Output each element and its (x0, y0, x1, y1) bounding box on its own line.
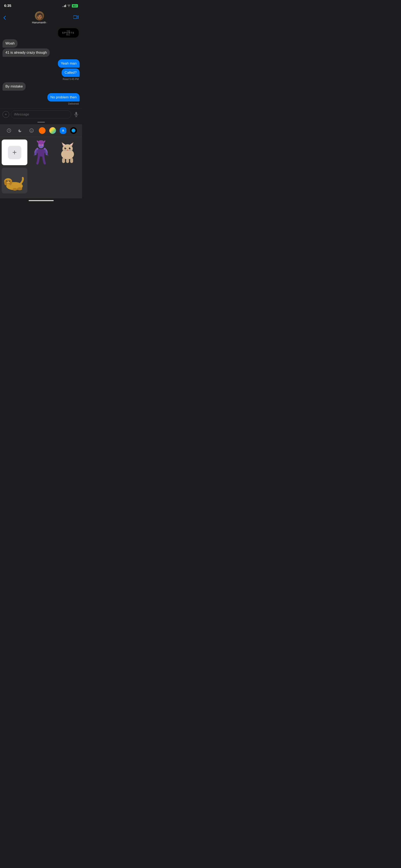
svg-point-12 (39, 145, 40, 146)
emoji-tab[interactable] (28, 127, 35, 134)
svg-point-42 (17, 187, 22, 190)
signal-icon (62, 5, 66, 7)
dog-sticker-2[interactable] (2, 168, 27, 193)
home-bar-area (0, 198, 82, 202)
svg-point-43 (13, 188, 17, 191)
clock-tab[interactable] (5, 127, 13, 134)
svg-point-7 (30, 129, 33, 132)
sports-bubble: THE SPORTS BILL (58, 28, 79, 38)
sports-message: THE SPORTS BILL (2, 28, 80, 38)
svg-rect-30 (66, 158, 69, 163)
message-no-problem: No problem then (2, 93, 80, 101)
testflight-tab[interactable]: A (60, 127, 66, 134)
message-yeah: Yeah man (2, 59, 80, 68)
svg-point-8 (30, 130, 31, 130)
sticker-grid: + (0, 137, 82, 168)
messages-area: THE SPORTS BILL Woah 41 is already crazy… (0, 27, 82, 108)
sticker-grid-bottom (0, 168, 82, 196)
add-sticker-cell[interactable]: + (2, 140, 27, 165)
scroll-handle (37, 122, 45, 123)
sticker-empty-3 (55, 168, 81, 193)
moon-tab[interactable] (17, 127, 24, 134)
svg-point-20 (65, 148, 66, 149)
bubble-incoming: Woah (2, 39, 18, 48)
avatar: 🧑🏾 (35, 11, 44, 21)
svg-point-11 (38, 141, 44, 145)
image-tab[interactable] (49, 127, 56, 134)
nav-bar: 🧑🏾 Hanumanth › (0, 10, 82, 27)
message-41: 41 is already crazy though (2, 49, 80, 57)
bubble-incoming: 41 is already crazy though (2, 49, 50, 57)
attachment-button[interactable]: + (2, 111, 9, 118)
character-sticker-1[interactable] (28, 140, 54, 165)
video-call-button[interactable] (73, 15, 79, 20)
battery-icon: 81+ (72, 4, 78, 7)
status-time: 6:35 (4, 4, 11, 8)
input-bar: + iMessage (0, 108, 82, 120)
svg-point-15 (62, 144, 73, 153)
chevron-icon: › (47, 21, 47, 24)
bubble-outgoing: Yeah man (58, 59, 80, 68)
svg-rect-0 (73, 16, 77, 19)
svg-point-9 (32, 130, 32, 130)
sticker-tabs: A (0, 127, 82, 137)
svg-rect-1 (75, 112, 77, 115)
sticker-empty-2 (28, 168, 54, 193)
delivered-status: Delivered (2, 102, 80, 105)
svg-point-13 (41, 145, 42, 146)
bubble-outgoing: Called? (62, 68, 80, 77)
status-bar: 6:35 81+ (0, 0, 82, 10)
svg-point-23 (70, 148, 70, 149)
svg-rect-29 (62, 158, 65, 163)
add-sticker-inner: + (8, 146, 21, 159)
dark-tab[interactable] (70, 127, 77, 134)
contact-info[interactable]: 🧑🏾 Hanumanth › (32, 11, 47, 24)
message-woah: Woah (2, 39, 80, 48)
wifi-icon (67, 4, 70, 7)
bubble-outgoing: No problem then (48, 93, 80, 101)
back-button[interactable] (3, 16, 6, 20)
svg-rect-31 (70, 158, 73, 163)
svg-point-39 (9, 180, 10, 181)
status-icons: 81+ (62, 4, 78, 7)
orange-tab[interactable] (39, 127, 45, 134)
svg-line-6 (9, 130, 10, 131)
microphone-button[interactable] (73, 111, 80, 118)
contact-name: Hanumanth › (32, 21, 47, 24)
svg-point-22 (65, 148, 66, 149)
message-called: Called? (2, 68, 80, 77)
message-input[interactable]: iMessage (11, 111, 71, 118)
svg-point-24 (67, 150, 68, 151)
sticker-picker: A + (0, 124, 82, 198)
home-bar (29, 200, 54, 201)
svg-point-38 (7, 180, 8, 181)
animal-sticker-1[interactable] (55, 140, 81, 165)
bubble-incoming: By mistake (2, 82, 26, 91)
scroll-indicator (0, 120, 82, 124)
read-status: Read 5:45 PM (2, 78, 80, 81)
message-by-mistake: By mistake (2, 82, 80, 91)
svg-point-21 (69, 148, 71, 149)
svg-point-41 (7, 181, 10, 183)
